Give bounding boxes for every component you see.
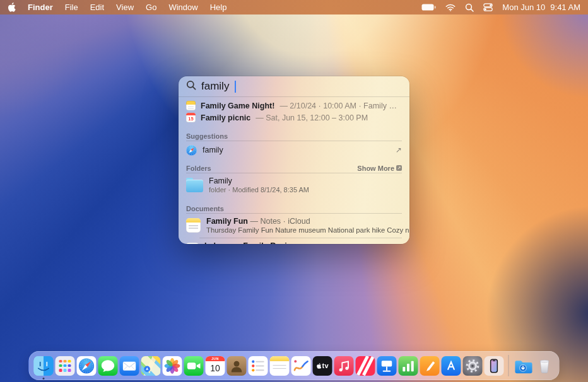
top-hit-row[interactable]: Family Game Night! — 2/10/24 · 10:00 AM …	[186, 100, 402, 112]
folder-subtitle: folder · Modified 8/1/24, 8:35 AM	[209, 186, 309, 194]
web-suggestion-row[interactable]: family ↗	[179, 142, 409, 158]
dock-maps-icon[interactable]	[141, 356, 161, 376]
pages-document-icon	[186, 243, 199, 244]
dock-reminders-icon[interactable]	[249, 356, 268, 376]
folders-section-header: Folders Show More ↗	[186, 163, 402, 173]
dock-appstore-icon[interactable]	[442, 356, 461, 376]
folder-title: Family	[209, 177, 309, 185]
top-hit-row[interactable]: 15 Family picnic — Sat, Jun 15, 12:00 – …	[186, 112, 402, 124]
dock-calendar-icon[interactable]: JUN10	[206, 356, 225, 376]
menu-view[interactable]: View	[116, 3, 134, 12]
menubar-clock[interactable]: Mon Jun 10 9:41 AM	[502, 3, 580, 12]
dock-separator	[509, 355, 509, 376]
battery-icon[interactable]	[421, 4, 436, 11]
menu-bar: Finder File Edit View Go Window Help Mon…	[0, 0, 588, 14]
dock-pages-icon[interactable]	[420, 356, 440, 376]
apple-menu-icon[interactable]	[8, 3, 16, 12]
dock-downloads-icon[interactable]	[514, 356, 533, 376]
menu-edit[interactable]: Edit	[90, 3, 104, 12]
spotlight-menu-icon[interactable]	[465, 3, 474, 12]
dock-tv-icon[interactable]: tv	[313, 356, 332, 376]
menu-help[interactable]: Help	[210, 3, 227, 12]
search-query-text: family	[201, 80, 229, 93]
dock-keynote-icon[interactable]	[377, 356, 397, 376]
show-more-button[interactable]: Show More ↗	[357, 165, 402, 172]
document-subtitle: Thursday Family Fun Nature museum Nation…	[206, 226, 409, 234]
safari-icon	[186, 145, 197, 156]
dock-settings-icon[interactable]	[463, 356, 483, 376]
menu-window[interactable]: Window	[168, 3, 197, 12]
top-hit-detail: — 2/10/24 · 10:00 AM · Family Game Night…	[279, 101, 402, 110]
dock-trash-icon[interactable]	[535, 356, 555, 376]
dock: JUN10tv	[29, 351, 560, 380]
document-result-row[interactable]: Lebanese Family Recipes.pages ▪▪▪▪▪ ▪▪▪▪…	[179, 238, 409, 244]
top-hit-title: Family Game Night!	[201, 101, 274, 110]
menubar-date: Mon Jun 10	[502, 3, 545, 12]
dock-numbers-icon[interactable]	[399, 356, 418, 376]
document-result-row[interactable]: Family Fun — Notes · iCloud Thursday Fam…	[179, 214, 409, 238]
dock-safari-icon[interactable]	[77, 356, 97, 376]
spotlight-search-field[interactable]: family	[179, 76, 409, 96]
folder-result-row[interactable]: Family folder · Modified 8/1/24, 8:35 AM	[179, 173, 409, 197]
menu-file[interactable]: File	[65, 3, 78, 12]
folder-icon	[186, 180, 203, 192]
menubar-app-name[interactable]: Finder	[28, 3, 53, 12]
calendar-event-icon: 15	[186, 113, 196, 122]
notes-document-icon	[186, 218, 201, 233]
dock-photos-icon[interactable]	[163, 356, 182, 376]
search-icon	[186, 80, 196, 93]
document-title: Family Fun — Notes · iCloud	[206, 217, 409, 226]
dock-messages-icon[interactable]	[98, 356, 118, 376]
top-hit-title: Family picnic	[201, 113, 250, 122]
open-arrow-icon: ↗	[396, 146, 402, 154]
menu-go[interactable]: Go	[146, 3, 156, 12]
dock-facetime-icon[interactable]	[184, 356, 204, 376]
wifi-icon[interactable]	[445, 4, 456, 11]
note-icon	[186, 101, 196, 110]
dock-notes-icon[interactable]	[270, 356, 290, 376]
spotlight-panel: family Family Game Night! — 2/10/24 · 10…	[179, 76, 409, 244]
suggestion-text: family	[203, 146, 223, 154]
control-center-icon[interactable]	[483, 3, 493, 11]
top-hit-detail: — Sat, Jun 15, 12:00 – 3:00 PM	[256, 113, 368, 122]
expand-icon: ↗	[396, 165, 402, 171]
document-title: Lebanese Family Recipes.pages	[204, 241, 326, 244]
dock-music-icon[interactable]	[334, 356, 354, 376]
menubar-time: 9:41 AM	[550, 3, 580, 12]
text-caret	[235, 81, 236, 93]
dock-iphone-icon[interactable]	[485, 356, 504, 376]
dock-finder-icon[interactable]	[34, 356, 54, 376]
suggestions-section-header: Suggestions	[186, 131, 402, 141]
dock-news-icon[interactable]	[356, 356, 375, 376]
dock-contacts-icon[interactable]	[227, 356, 247, 376]
dock-launchpad-icon[interactable]	[56, 356, 75, 376]
documents-section-header: Documents	[186, 204, 402, 213]
dock-freeform-icon[interactable]	[291, 356, 311, 376]
dock-mail-icon[interactable]	[120, 356, 139, 376]
